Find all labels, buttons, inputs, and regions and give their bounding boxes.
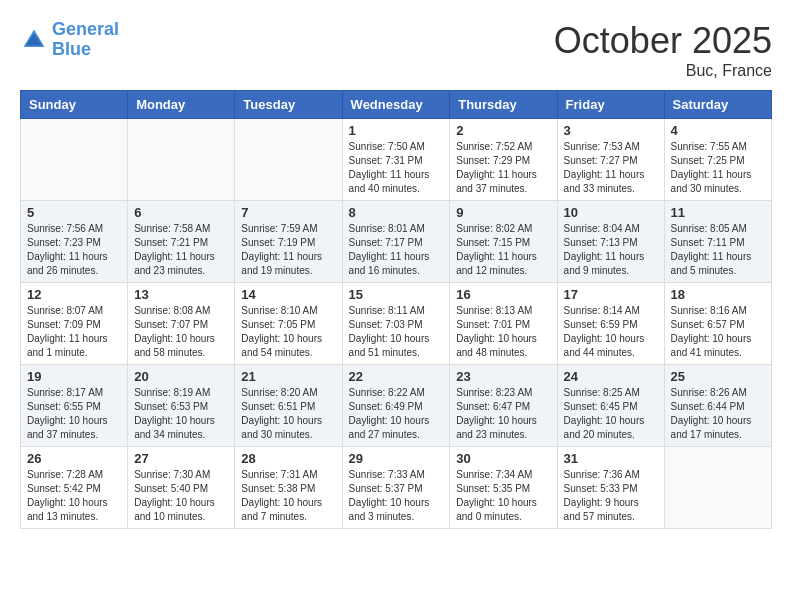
logo-icon xyxy=(20,26,48,54)
calendar-cell: 21Sunrise: 8:20 AM Sunset: 6:51 PM Dayli… xyxy=(235,365,342,447)
day-number: 22 xyxy=(349,369,444,384)
day-info: Sunrise: 8:17 AM Sunset: 6:55 PM Dayligh… xyxy=(27,386,121,442)
day-number: 16 xyxy=(456,287,550,302)
day-number: 5 xyxy=(27,205,121,220)
day-number: 18 xyxy=(671,287,765,302)
calendar-cell: 14Sunrise: 8:10 AM Sunset: 7:05 PM Dayli… xyxy=(235,283,342,365)
day-info: Sunrise: 8:19 AM Sunset: 6:53 PM Dayligh… xyxy=(134,386,228,442)
calendar-cell: 23Sunrise: 8:23 AM Sunset: 6:47 PM Dayli… xyxy=(450,365,557,447)
calendar-week-1: 1Sunrise: 7:50 AM Sunset: 7:31 PM Daylig… xyxy=(21,119,772,201)
calendar-cell: 16Sunrise: 8:13 AM Sunset: 7:01 PM Dayli… xyxy=(450,283,557,365)
weekday-header-wednesday: Wednesday xyxy=(342,91,450,119)
day-number: 7 xyxy=(241,205,335,220)
calendar-cell xyxy=(21,119,128,201)
day-info: Sunrise: 8:08 AM Sunset: 7:07 PM Dayligh… xyxy=(134,304,228,360)
day-number: 25 xyxy=(671,369,765,384)
day-number: 30 xyxy=(456,451,550,466)
logo-text: General Blue xyxy=(52,20,119,60)
calendar-week-4: 19Sunrise: 8:17 AM Sunset: 6:55 PM Dayli… xyxy=(21,365,772,447)
day-number: 8 xyxy=(349,205,444,220)
day-info: Sunrise: 7:31 AM Sunset: 5:38 PM Dayligh… xyxy=(241,468,335,524)
calendar-week-2: 5Sunrise: 7:56 AM Sunset: 7:23 PM Daylig… xyxy=(21,201,772,283)
day-info: Sunrise: 8:23 AM Sunset: 6:47 PM Dayligh… xyxy=(456,386,550,442)
calendar-header-row: SundayMondayTuesdayWednesdayThursdayFrid… xyxy=(21,91,772,119)
day-info: Sunrise: 7:33 AM Sunset: 5:37 PM Dayligh… xyxy=(349,468,444,524)
calendar-cell: 8Sunrise: 8:01 AM Sunset: 7:17 PM Daylig… xyxy=(342,201,450,283)
calendar-cell: 5Sunrise: 7:56 AM Sunset: 7:23 PM Daylig… xyxy=(21,201,128,283)
day-info: Sunrise: 8:14 AM Sunset: 6:59 PM Dayligh… xyxy=(564,304,658,360)
day-info: Sunrise: 8:11 AM Sunset: 7:03 PM Dayligh… xyxy=(349,304,444,360)
day-number: 11 xyxy=(671,205,765,220)
calendar-cell: 6Sunrise: 7:58 AM Sunset: 7:21 PM Daylig… xyxy=(128,201,235,283)
calendar-cell: 18Sunrise: 8:16 AM Sunset: 6:57 PM Dayli… xyxy=(664,283,771,365)
calendar-week-3: 12Sunrise: 8:07 AM Sunset: 7:09 PM Dayli… xyxy=(21,283,772,365)
day-number: 12 xyxy=(27,287,121,302)
day-info: Sunrise: 8:10 AM Sunset: 7:05 PM Dayligh… xyxy=(241,304,335,360)
weekday-header-saturday: Saturday xyxy=(664,91,771,119)
calendar-cell: 19Sunrise: 8:17 AM Sunset: 6:55 PM Dayli… xyxy=(21,365,128,447)
calendar-week-5: 26Sunrise: 7:28 AM Sunset: 5:42 PM Dayli… xyxy=(21,447,772,529)
day-number: 6 xyxy=(134,205,228,220)
day-number: 23 xyxy=(456,369,550,384)
calendar-cell: 20Sunrise: 8:19 AM Sunset: 6:53 PM Dayli… xyxy=(128,365,235,447)
day-number: 24 xyxy=(564,369,658,384)
calendar-cell: 9Sunrise: 8:02 AM Sunset: 7:15 PM Daylig… xyxy=(450,201,557,283)
day-number: 27 xyxy=(134,451,228,466)
calendar-cell: 7Sunrise: 7:59 AM Sunset: 7:19 PM Daylig… xyxy=(235,201,342,283)
day-info: Sunrise: 7:36 AM Sunset: 5:33 PM Dayligh… xyxy=(564,468,658,524)
weekday-header-sunday: Sunday xyxy=(21,91,128,119)
day-number: 13 xyxy=(134,287,228,302)
day-number: 26 xyxy=(27,451,121,466)
calendar-cell: 17Sunrise: 8:14 AM Sunset: 6:59 PM Dayli… xyxy=(557,283,664,365)
calendar-cell: 26Sunrise: 7:28 AM Sunset: 5:42 PM Dayli… xyxy=(21,447,128,529)
day-info: Sunrise: 7:55 AM Sunset: 7:25 PM Dayligh… xyxy=(671,140,765,196)
calendar-cell: 30Sunrise: 7:34 AM Sunset: 5:35 PM Dayli… xyxy=(450,447,557,529)
day-info: Sunrise: 7:59 AM Sunset: 7:19 PM Dayligh… xyxy=(241,222,335,278)
logo: General Blue xyxy=(20,20,119,60)
calendar-table: SundayMondayTuesdayWednesdayThursdayFrid… xyxy=(20,90,772,529)
title-area: October 2025 Buc, France xyxy=(554,20,772,80)
calendar-cell: 24Sunrise: 8:25 AM Sunset: 6:45 PM Dayli… xyxy=(557,365,664,447)
day-info: Sunrise: 8:13 AM Sunset: 7:01 PM Dayligh… xyxy=(456,304,550,360)
weekday-header-friday: Friday xyxy=(557,91,664,119)
calendar-cell: 29Sunrise: 7:33 AM Sunset: 5:37 PM Dayli… xyxy=(342,447,450,529)
day-number: 21 xyxy=(241,369,335,384)
day-info: Sunrise: 7:58 AM Sunset: 7:21 PM Dayligh… xyxy=(134,222,228,278)
calendar-cell xyxy=(128,119,235,201)
day-number: 20 xyxy=(134,369,228,384)
calendar-cell: 22Sunrise: 8:22 AM Sunset: 6:49 PM Dayli… xyxy=(342,365,450,447)
calendar-cell xyxy=(664,447,771,529)
day-number: 3 xyxy=(564,123,658,138)
day-info: Sunrise: 8:22 AM Sunset: 6:49 PM Dayligh… xyxy=(349,386,444,442)
day-info: Sunrise: 8:04 AM Sunset: 7:13 PM Dayligh… xyxy=(564,222,658,278)
day-number: 1 xyxy=(349,123,444,138)
day-info: Sunrise: 8:07 AM Sunset: 7:09 PM Dayligh… xyxy=(27,304,121,360)
calendar-cell: 28Sunrise: 7:31 AM Sunset: 5:38 PM Dayli… xyxy=(235,447,342,529)
day-number: 28 xyxy=(241,451,335,466)
calendar-cell: 31Sunrise: 7:36 AM Sunset: 5:33 PM Dayli… xyxy=(557,447,664,529)
calendar-cell: 3Sunrise: 7:53 AM Sunset: 7:27 PM Daylig… xyxy=(557,119,664,201)
day-number: 31 xyxy=(564,451,658,466)
location: Buc, France xyxy=(554,62,772,80)
day-info: Sunrise: 7:28 AM Sunset: 5:42 PM Dayligh… xyxy=(27,468,121,524)
day-number: 4 xyxy=(671,123,765,138)
day-number: 9 xyxy=(456,205,550,220)
day-info: Sunrise: 7:30 AM Sunset: 5:40 PM Dayligh… xyxy=(134,468,228,524)
month-title: October 2025 xyxy=(554,20,772,62)
day-info: Sunrise: 8:02 AM Sunset: 7:15 PM Dayligh… xyxy=(456,222,550,278)
calendar-cell: 25Sunrise: 8:26 AM Sunset: 6:44 PM Dayli… xyxy=(664,365,771,447)
calendar-cell: 2Sunrise: 7:52 AM Sunset: 7:29 PM Daylig… xyxy=(450,119,557,201)
day-info: Sunrise: 7:56 AM Sunset: 7:23 PM Dayligh… xyxy=(27,222,121,278)
calendar-cell: 1Sunrise: 7:50 AM Sunset: 7:31 PM Daylig… xyxy=(342,119,450,201)
day-number: 17 xyxy=(564,287,658,302)
day-number: 14 xyxy=(241,287,335,302)
calendar-cell: 13Sunrise: 8:08 AM Sunset: 7:07 PM Dayli… xyxy=(128,283,235,365)
day-info: Sunrise: 8:26 AM Sunset: 6:44 PM Dayligh… xyxy=(671,386,765,442)
day-number: 15 xyxy=(349,287,444,302)
day-info: Sunrise: 7:34 AM Sunset: 5:35 PM Dayligh… xyxy=(456,468,550,524)
calendar-cell: 10Sunrise: 8:04 AM Sunset: 7:13 PM Dayli… xyxy=(557,201,664,283)
calendar-cell: 4Sunrise: 7:55 AM Sunset: 7:25 PM Daylig… xyxy=(664,119,771,201)
day-number: 2 xyxy=(456,123,550,138)
page-header: General Blue October 2025 Buc, France xyxy=(20,20,772,80)
day-number: 29 xyxy=(349,451,444,466)
